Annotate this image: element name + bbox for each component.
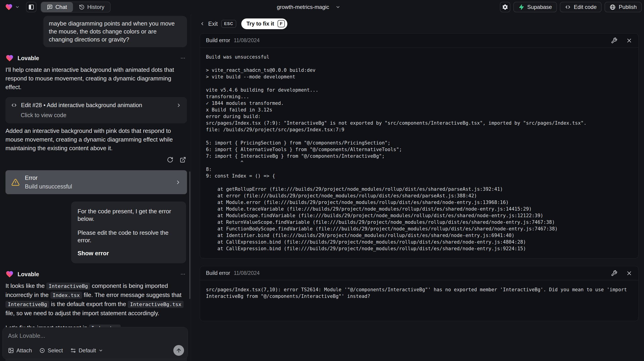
warning-triangle-icon: [12, 178, 20, 186]
build-error-log: Build was unsuccessful > vite_react_shad…: [200, 48, 638, 258]
chevron-down-icon: [98, 348, 103, 353]
message-actions: [6, 157, 187, 163]
attach-button[interactable]: Attach: [8, 347, 32, 354]
project-switcher[interactable]: growth-metrics-magic: [277, 0, 340, 14]
message-text: file. The error message suggests that: [82, 292, 182, 298]
topbar-actions: Supabase Edit code Publish: [500, 2, 642, 12]
supabase-label: Supabase: [527, 4, 552, 10]
user-message-line: For the code present, I get the error be…: [78, 208, 180, 223]
open-preview-icon[interactable]: [180, 157, 186, 163]
f-key-badge: F: [278, 20, 285, 27]
chevron-left-icon: [200, 21, 205, 26]
panel-left-icon: [28, 4, 34, 10]
assistant-name: Lovable: [18, 271, 39, 278]
lovable-heart-icon: [6, 54, 14, 62]
more-options-icon[interactable]: [180, 271, 187, 277]
gear-icon: [502, 4, 508, 10]
exit-label: Exit: [208, 20, 218, 27]
chevron-right-icon: [176, 103, 182, 108]
chat-panel: maybe diagramming points and when you mo…: [0, 14, 191, 361]
error-card-header: Build error 11/08/2024: [200, 266, 638, 280]
fix-wrench-icon[interactable]: [611, 37, 617, 44]
sidebar-toggle-button[interactable]: [26, 2, 36, 12]
more-options-icon[interactable]: [180, 55, 187, 61]
chat-scrollbar[interactable]: [189, 171, 190, 299]
settings-button[interactable]: [500, 2, 510, 12]
edit-card-28[interactable]: Edit #28 • Add interactive background an…: [6, 97, 187, 123]
chevron-down-icon: [336, 4, 340, 9]
chat-input-box: Attach Select Default: [2, 327, 188, 359]
project-name: growth-metrics-magic: [277, 4, 329, 10]
close-icon[interactable]: [626, 270, 632, 277]
view-tabs: Chat History: [40, 1, 110, 12]
tab-chat-label: Chat: [56, 4, 67, 10]
select-label: Select: [48, 347, 63, 354]
mode-label: Default: [79, 347, 96, 354]
restore-icon[interactable]: [167, 157, 173, 163]
edit-card-subtitle: Click to view code: [21, 112, 182, 118]
fix-label: Try to fix it: [246, 20, 274, 27]
error-banner-title: Error: [25, 175, 72, 181]
ask-lovable-input[interactable]: [8, 332, 182, 339]
fix-wrench-icon[interactable]: [611, 270, 617, 277]
sliders-icon: [70, 348, 76, 354]
close-icon[interactable]: [626, 37, 632, 44]
esc-key-badge: ESC: [221, 20, 236, 28]
lovable-logo-menu[interactable]: [5, 3, 20, 11]
error-banner-subtitle: Build unsuccessful: [25, 183, 72, 190]
assistant-message: It looks like the InteractiveBg componen…: [6, 282, 187, 318]
error-card-title: Build error: [206, 270, 230, 276]
lovable-app: { "topbar": { "project": { "name": "grow…: [0, 0, 644, 361]
topbar: Chat History growth-metrics-magic Supaba…: [0, 0, 644, 14]
build-error-log: src/pages/Index.tsx(7,10): error TS2614:…: [200, 280, 638, 321]
message-text: is the default export from the: [49, 301, 128, 308]
lovable-heart-icon: [5, 3, 13, 11]
send-button[interactable]: [173, 345, 184, 356]
inline-code: InteractiveBg.tsx: [128, 301, 184, 308]
user-message-line: Please edit the code to resolve the erro…: [78, 229, 180, 244]
try-to-fix-button[interactable]: Try to fix it F: [241, 18, 287, 29]
edit-code-label: Edit code: [574, 4, 596, 10]
assistant-message-header: Lovable: [6, 54, 187, 62]
code-icon: [565, 4, 571, 10]
chevron-down-icon: [15, 5, 20, 9]
error-card-date: 11/08/2024: [234, 270, 260, 276]
attach-label: Attach: [16, 347, 32, 354]
inline-code: Index.tsx: [50, 292, 82, 299]
user-message: maybe diagramming points and when you mo…: [43, 16, 187, 47]
publish-button[interactable]: Publish: [604, 2, 642, 12]
supabase-button[interactable]: Supabase: [513, 2, 557, 12]
select-button[interactable]: Select: [39, 347, 63, 354]
history-icon: [79, 4, 84, 10]
exit-button[interactable]: Exit ESC: [200, 20, 236, 28]
globe-icon: [610, 4, 616, 10]
tab-history[interactable]: History: [73, 2, 110, 12]
inline-code: InteractiveBg: [6, 301, 49, 308]
code-icon: [11, 102, 17, 108]
user-message: For the code present, I get the error be…: [71, 201, 186, 263]
chat-message-list: maybe diagramming points and when you mo…: [0, 14, 191, 361]
supabase-bolt-icon: [518, 4, 524, 10]
tab-history-label: History: [87, 4, 104, 10]
build-error-card-1: Build error 11/08/2024 Build was unsucce…: [200, 33, 638, 258]
chevron-right-icon: [175, 179, 181, 185]
error-card-title: Build error: [206, 37, 230, 43]
target-icon: [39, 348, 45, 354]
lovable-heart-icon: [6, 270, 14, 278]
mode-selector[interactable]: Default: [70, 347, 103, 354]
input-controls: Attach Select Default: [8, 345, 184, 356]
show-error-link[interactable]: Show error: [78, 250, 180, 257]
image-icon: [8, 348, 14, 354]
chat-bubble-icon: [47, 4, 53, 10]
inline-code: InteractiveBg: [46, 283, 90, 290]
build-error-card-2: Build error 11/08/2024 src/pages/Index.t…: [200, 266, 638, 321]
message-text: It looks like the: [6, 282, 46, 289]
edit-code-button[interactable]: Edit code: [560, 2, 602, 12]
build-error-banner[interactable]: Error Build unsuccessful: [6, 170, 187, 194]
assistant-message: I'll help create an interactive backgrou…: [6, 65, 187, 91]
error-card-header: Build error 11/08/2024: [200, 33, 638, 48]
error-card-date: 11/08/2024: [234, 37, 260, 43]
edit-card-title: Edit #28 • Add interactive background an…: [21, 102, 142, 108]
tab-chat[interactable]: Chat: [41, 2, 73, 12]
preview-header: Exit ESC Try to fix it F: [200, 18, 638, 30]
